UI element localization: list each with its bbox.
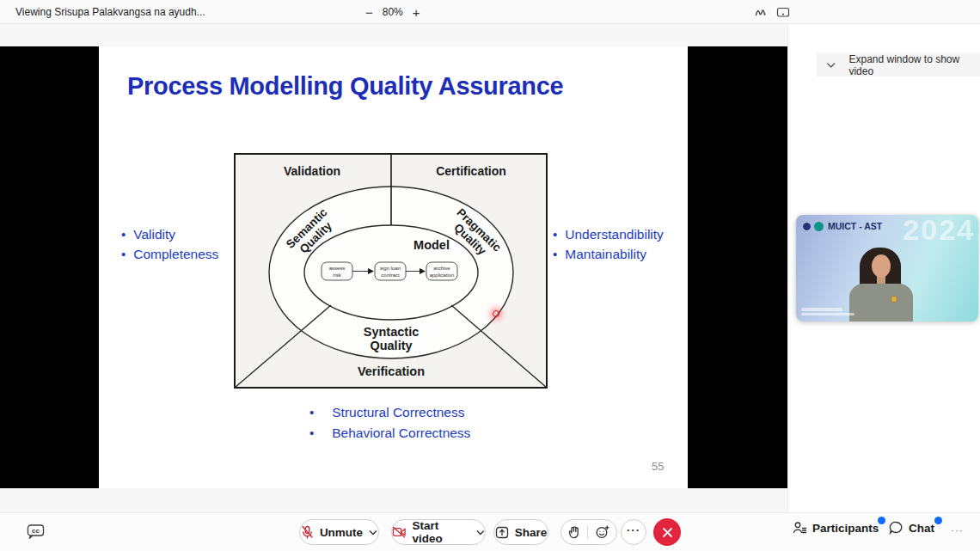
share-label: Share	[515, 526, 548, 539]
diagram-label-syntactic: Syntactic	[364, 325, 419, 339]
bullet-item: • Mantainability	[553, 244, 664, 264]
video-org-header: MUICT - AST	[802, 221, 882, 231]
chevron-down-icon[interactable]	[369, 530, 377, 536]
expand-video-label: Expand window to show video	[848, 53, 980, 77]
participants-notification-dot	[878, 517, 885, 524]
diagram-label-verification: Verification	[358, 364, 425, 378]
zoom-controls: − 80% +	[365, 0, 420, 24]
quality-framework-diagram: Validation Certification Semantic Qualit…	[234, 153, 548, 389]
camera-off-icon	[392, 526, 407, 538]
bullet-label: Validity	[133, 224, 175, 244]
video-org-label: MUICT - AST	[828, 221, 882, 231]
bullet-label: Completeness	[133, 244, 218, 264]
toolbar-overflow-dots[interactable]: ···	[951, 524, 964, 536]
bullet-dot: •	[553, 244, 557, 264]
more-options-button[interactable]: ···	[621, 519, 646, 545]
unmute-button[interactable]: Unmute	[299, 519, 379, 545]
bullet-dot: •	[121, 244, 126, 264]
share-top-bar: Viewing Srisupa Palakvangsa na ayudh... …	[0, 0, 980, 24]
left-bullet-list: • Validity • Completeness	[121, 224, 218, 264]
viewing-label: Viewing Srisupa Palakvangsa na ayudh...	[15, 6, 205, 18]
letterbox-left	[0, 46, 99, 488]
video-watermark: 2024	[903, 215, 975, 247]
faculty-logo-icon	[814, 222, 824, 231]
video-panel: Expand window to show video 2024 MUICT -…	[787, 24, 980, 512]
bullet-label: Structural Correctness	[332, 402, 464, 423]
more-dots-icon: ···	[627, 524, 640, 541]
shared-screen-stage: Process Modelling Quality Assurance • Va…	[0, 24, 787, 512]
presenter-body	[849, 284, 913, 321]
svg-text:archive: archive	[433, 266, 450, 271]
start-video-label: Start video	[413, 519, 471, 545]
divider	[587, 525, 588, 539]
zoom-level: 80%	[383, 6, 403, 18]
reactions-pill	[560, 519, 617, 545]
close-icon	[662, 527, 673, 538]
participants-icon	[793, 521, 807, 535]
diagram-label-certification: Certification	[436, 164, 506, 178]
expand-video-bar[interactable]: Expand window to show video	[817, 53, 980, 77]
svg-text:application: application	[430, 272, 455, 278]
meeting-window: Viewing Srisupa Palakvangsa na ayudh... …	[0, 0, 980, 551]
zoom-out-button[interactable]: −	[365, 6, 373, 19]
unmute-label: Unmute	[320, 526, 363, 539]
bullet-dot: •	[553, 224, 557, 244]
bullet-item: • Understandibility	[553, 224, 664, 244]
share-icon	[495, 526, 509, 539]
mic-off-icon	[301, 525, 314, 539]
diagram-label-model: Model	[413, 238, 450, 252]
reactions-icon[interactable]	[596, 525, 609, 539]
video-thumbnail[interactable]: 2024 MUICT - AST	[796, 215, 978, 321]
bullet-item: • Validity	[121, 224, 218, 244]
chat-label: Chat	[909, 522, 934, 535]
zoom-in-button[interactable]: +	[413, 6, 420, 19]
svg-text:assess: assess	[329, 266, 346, 271]
presenter-face	[872, 254, 891, 278]
diagram-label-validation: Validation	[284, 164, 340, 178]
raise-hand-icon[interactable]	[568, 526, 579, 539]
laser-pointer-dot	[493, 310, 499, 317]
svg-text:sign loan: sign loan	[380, 266, 401, 271]
display-icon[interactable]	[776, 5, 790, 19]
annotate-icon[interactable]	[754, 5, 768, 19]
presentation-slide: Process Modelling Quality Assurance • Va…	[99, 46, 688, 488]
chevron-down-icon	[826, 62, 836, 69]
university-logo-icon	[802, 222, 812, 231]
closed-captions-button[interactable]: cc	[27, 523, 45, 542]
bullet-dot: •	[309, 402, 314, 423]
bullet-dot: •	[121, 224, 126, 244]
start-video-button[interactable]: Start video	[391, 519, 486, 545]
chat-notification-dot	[934, 517, 942, 524]
chevron-down-icon[interactable]	[476, 530, 485, 536]
bullet-item: • Completeness	[121, 244, 218, 264]
letterbox-right	[688, 46, 787, 488]
bottom-toolbar: cc Unmute Start video	[0, 512, 980, 551]
bullet-dot: •	[309, 423, 314, 444]
svg-text:risk: risk	[333, 272, 341, 278]
diagram-label-syntactic-quality: Quality	[370, 339, 412, 352]
bullet-label: Mantainability	[565, 244, 646, 264]
chat-icon	[889, 521, 903, 535]
slide-title: Process Modelling Quality Assurance	[127, 72, 563, 101]
chat-button[interactable]: Chat	[889, 521, 934, 535]
share-button[interactable]: Share	[493, 519, 548, 545]
svg-text:contract: contract	[381, 272, 400, 278]
right-bullet-list: • Understandibility • Mantainability	[553, 224, 664, 264]
bullet-label: Behavioral Correctness	[332, 423, 470, 444]
svg-text:cc: cc	[32, 527, 40, 535]
bullet-item: • Structural Correctness	[309, 402, 470, 423]
participants-label: Participants	[812, 522, 879, 535]
page-number: 55	[652, 460, 664, 473]
bottom-bullet-list: • Structural Correctness • Behavioral Co…	[309, 402, 470, 443]
presenter-badge	[891, 296, 897, 303]
cc-icon: cc	[27, 523, 45, 539]
bullet-item: • Behavioral Correctness	[309, 423, 470, 444]
bullet-label: Understandibility	[565, 224, 664, 244]
leave-meeting-button[interactable]	[653, 518, 681, 546]
video-caption-lines	[801, 306, 854, 315]
participants-button[interactable]: Participants	[793, 521, 879, 535]
